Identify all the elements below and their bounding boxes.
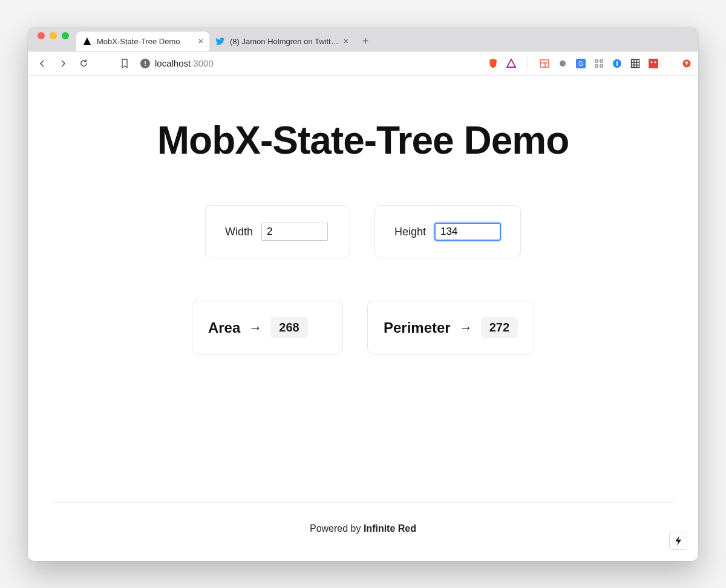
- svg-marker-1: [507, 59, 515, 67]
- brave-rewards-icon[interactable]: [506, 58, 517, 69]
- width-input[interactable]: [261, 223, 328, 241]
- footer-divider: [52, 502, 674, 503]
- svg-rect-13: [616, 61, 618, 66]
- area-card: Area → 268: [192, 301, 343, 354]
- google-translate-icon[interactable]: G: [575, 58, 586, 69]
- perimeter-value: 272: [481, 317, 518, 338]
- minimize-window-button[interactable]: [50, 32, 57, 39]
- forward-button[interactable]: [54, 55, 71, 72]
- arrow-right-icon: →: [459, 320, 473, 336]
- twitter-icon: [215, 36, 225, 46]
- svg-rect-10: [595, 65, 598, 67]
- svg-point-20: [651, 61, 653, 63]
- svg-rect-11: [600, 65, 603, 67]
- close-tab-icon[interactable]: ×: [198, 37, 203, 45]
- extension-grid-icon[interactable]: [630, 58, 641, 69]
- url-host: localhost: [155, 58, 191, 68]
- page-title: MobX-State-Tree Demo: [28, 118, 698, 163]
- tab-title: (8) Jamon Holmgren on Twitter: "A: [230, 37, 339, 46]
- window-controls: [38, 32, 69, 39]
- page-content: MobX-State-Tree Demo Width Height Area →…: [28, 76, 698, 561]
- svg-marker-0: [83, 38, 91, 45]
- result-cards-row: Area → 268 Perimeter → 272: [28, 301, 698, 354]
- width-label: Width: [225, 226, 253, 238]
- area-label: Area: [208, 319, 240, 336]
- svg-marker-23: [675, 536, 681, 546]
- perimeter-card: Perimeter → 272: [367, 301, 534, 354]
- reload-button[interactable]: [75, 55, 92, 72]
- extension-icons: G: [488, 57, 692, 70]
- not-secure-icon: !: [140, 59, 150, 68]
- height-input[interactable]: [434, 223, 501, 241]
- svg-rect-9: [600, 60, 603, 62]
- svg-point-21: [655, 61, 656, 63]
- new-tab-button[interactable]: +: [357, 33, 374, 50]
- browser-window: MobX-State-Tree Demo × (8) Jamon Holmgre…: [28, 27, 698, 561]
- onepassword-icon[interactable]: [612, 58, 623, 69]
- toolbar-divider: [528, 57, 528, 70]
- tab-active[interactable]: MobX-State-Tree Demo ×: [76, 31, 209, 51]
- extension-grid-small-icon[interactable]: [594, 58, 604, 69]
- triangle-icon: [82, 36, 92, 46]
- input-cards-row: Width Height: [28, 205, 698, 258]
- address-bar[interactable]: ! localhost:3000: [140, 58, 214, 68]
- footer-brand: Infinite Red: [364, 523, 416, 534]
- maximize-window-button[interactable]: [62, 32, 69, 39]
- svg-text:G: G: [578, 60, 583, 67]
- bookmark-button[interactable]: [116, 55, 133, 72]
- svg-rect-2: [540, 60, 549, 67]
- extension-dot-icon[interactable]: [557, 58, 568, 69]
- svg-rect-8: [595, 60, 598, 62]
- back-button[interactable]: [34, 55, 51, 72]
- tab-bar: MobX-State-Tree Demo × (8) Jamon Holmgre…: [28, 27, 698, 51]
- arrow-right-icon: →: [249, 320, 262, 336]
- dev-tools-badge[interactable]: [669, 532, 687, 550]
- extension-layout-icon[interactable]: [539, 58, 550, 69]
- height-card: Height: [374, 205, 521, 258]
- footer: Powered by Infinite Red: [28, 523, 698, 534]
- lightning-icon: [674, 535, 682, 546]
- url-path: :3000: [191, 58, 214, 68]
- area-value: 268: [270, 317, 307, 338]
- extension-red-icon[interactable]: [648, 58, 659, 69]
- footer-prefix: Powered by: [310, 523, 364, 534]
- toolbar-divider: [670, 57, 670, 70]
- toolbar: ! localhost:3000 G: [28, 51, 698, 76]
- svg-rect-14: [632, 59, 639, 67]
- extension-upload-icon[interactable]: [681, 58, 692, 69]
- tab-inactive[interactable]: (8) Jamon Holmgren on Twitter: "A ×: [209, 31, 355, 51]
- tab-title: MobX-State-Tree Demo: [97, 37, 194, 46]
- svg-rect-19: [649, 59, 658, 68]
- svg-point-5: [560, 60, 566, 67]
- close-window-button[interactable]: [38, 32, 45, 39]
- height-label: Height: [394, 226, 426, 238]
- brave-shields-icon[interactable]: [488, 58, 499, 69]
- perimeter-label: Perimeter: [384, 319, 451, 336]
- close-tab-icon[interactable]: ×: [344, 37, 348, 45]
- width-card: Width: [205, 205, 350, 258]
